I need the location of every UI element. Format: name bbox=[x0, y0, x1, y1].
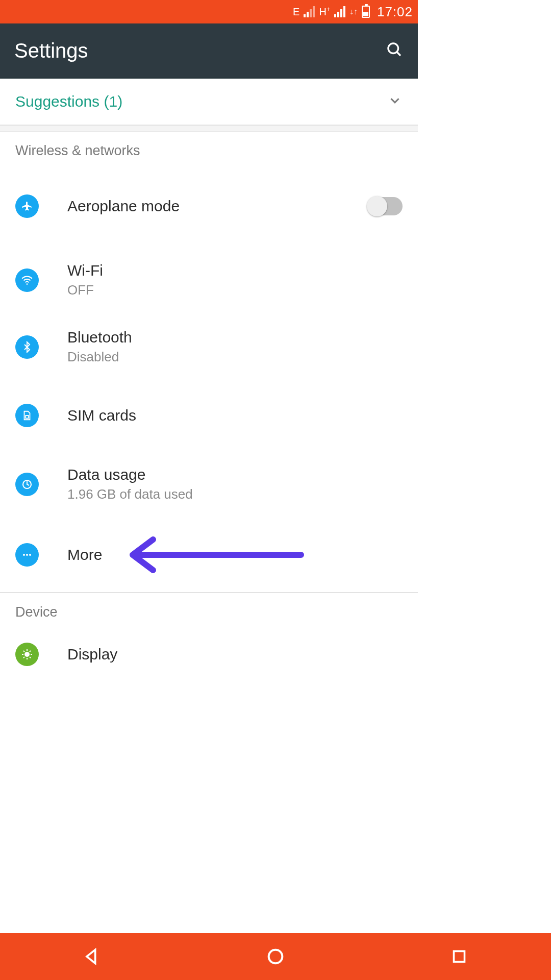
section-header-wireless: Wireless & networks bbox=[0, 132, 418, 166]
svg-point-6 bbox=[26, 554, 28, 556]
item-label: Aeroplane mode bbox=[67, 198, 339, 215]
svg-point-7 bbox=[29, 554, 31, 556]
data-usage-icon bbox=[15, 473, 39, 496]
battery-icon bbox=[362, 6, 370, 18]
bluetooth-icon bbox=[15, 335, 39, 359]
settings-list-device: Display bbox=[0, 627, 418, 671]
item-display[interactable]: Display bbox=[0, 627, 418, 671]
item-label: More bbox=[67, 546, 403, 564]
more-icon bbox=[15, 543, 39, 567]
chevron-down-icon bbox=[387, 93, 403, 110]
item-bluetooth[interactable]: Bluetooth Disabled bbox=[0, 313, 418, 380]
item-label: Data usage bbox=[67, 466, 403, 483]
section-header-device: Device bbox=[0, 593, 418, 627]
network-label-1: E bbox=[293, 6, 299, 18]
item-label: Bluetooth bbox=[67, 329, 403, 346]
item-status: OFF bbox=[67, 282, 403, 298]
item-data-usage[interactable]: Data usage 1.96 GB of data used bbox=[0, 451, 418, 518]
suggestions-row[interactable]: Suggestions (1) bbox=[0, 79, 418, 126]
sim-icon bbox=[15, 404, 39, 427]
svg-line-1 bbox=[397, 52, 400, 56]
data-arrows-icon: ↓↑ bbox=[349, 7, 358, 16]
aeroplane-toggle[interactable] bbox=[368, 197, 403, 215]
item-label: Wi-Fi bbox=[67, 262, 403, 279]
svg-point-9 bbox=[25, 652, 29, 656]
svg-point-5 bbox=[23, 554, 25, 556]
status-bar: E H+ ↓↑ 17:02 bbox=[0, 0, 418, 23]
search-icon bbox=[385, 40, 404, 59]
settings-list-wireless: Aeroplane mode Wi-Fi OFF Bluetooth Disab… bbox=[0, 166, 418, 592]
app-bar: Settings bbox=[0, 23, 418, 79]
status-clock: 17:02 bbox=[377, 4, 413, 20]
wifi-icon bbox=[15, 268, 39, 292]
svg-point-2 bbox=[27, 283, 28, 285]
suggestions-label: Suggestions (1) bbox=[15, 93, 122, 110]
item-wifi[interactable]: Wi-Fi OFF bbox=[0, 247, 418, 313]
item-aeroplane-mode[interactable]: Aeroplane mode bbox=[0, 166, 418, 247]
item-sim-cards[interactable]: SIM cards bbox=[0, 380, 418, 451]
search-button[interactable] bbox=[385, 40, 404, 61]
section-gap bbox=[0, 126, 418, 132]
item-more[interactable]: More bbox=[0, 518, 418, 592]
signal-bars-1 bbox=[304, 6, 315, 17]
display-icon bbox=[15, 643, 39, 666]
airplane-icon bbox=[15, 194, 39, 218]
item-status: 1.96 GB of data used bbox=[67, 486, 403, 502]
page-title: Settings bbox=[14, 39, 88, 62]
network-label-2: H+ bbox=[319, 6, 330, 18]
item-label: Display bbox=[67, 646, 403, 663]
item-label: SIM cards bbox=[67, 407, 403, 424]
svg-rect-3 bbox=[26, 415, 29, 419]
item-status: Disabled bbox=[67, 349, 403, 365]
svg-point-0 bbox=[388, 43, 398, 54]
signal-bars-2 bbox=[334, 6, 345, 17]
